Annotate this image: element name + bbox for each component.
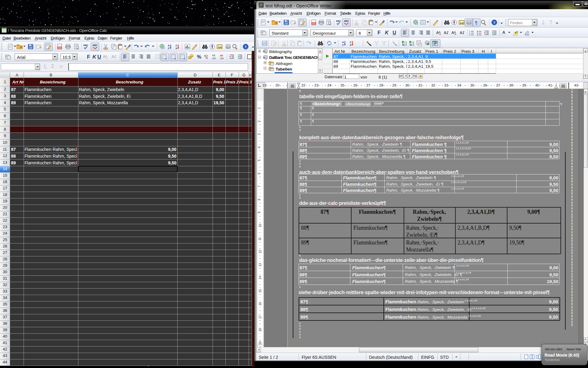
svg-text:¶: ¶ [571,216,573,219]
svg-text:¶: ¶ [571,94,573,97]
svg-text:¶: ¶ [571,135,573,138]
svg-text:ABC: ABC [336,20,341,22]
svg-text:¶: ¶ [571,192,573,195]
svg-text:¶: ¶ [571,129,573,132]
svg-text:,000: ,000 [212,57,216,59]
svg-text:¶: ¶ [571,240,573,243]
svg-text:¶: ¶ [571,243,573,246]
svg-text:¶: ¶ [571,88,573,90]
svg-text:Z: Z [168,47,169,50]
svg-text:¶: ¶ [571,285,573,288]
svg-text:A: A [439,31,441,34]
svg-text:¶: ¶ [571,90,573,94]
svg-text:¶: ¶ [571,132,573,135]
svg-text:+0: +0 [212,54,215,57]
svg-text:A: A [111,55,114,59]
svg-text:¶: ¶ [571,168,573,171]
svg-text:¶: ¶ [571,162,573,165]
svg-text:¶: ¶ [571,156,573,159]
svg-text:¶: ¶ [571,303,573,306]
svg-text:¶: ¶ [571,195,573,198]
svg-text:¶: ¶ [571,318,573,321]
svg-text:¶: ¶ [571,126,573,129]
svg-text:Z: Z [350,41,351,44]
svg-text:¶: ¶ [571,279,573,282]
svg-text:¶: ¶ [571,120,573,123]
svg-text:¶: ¶ [571,111,573,114]
svg-text:¶: ¶ [571,264,573,267]
svg-text:3: 3 [469,34,470,36]
svg-text:¶: ¶ [571,228,573,231]
svg-text:¶: ¶ [571,117,573,121]
svg-text:¶: ¶ [571,225,573,228]
svg-text:¶: ¶ [571,249,573,252]
svg-text:¶: ¶ [571,138,573,141]
svg-text:¶: ¶ [571,189,573,192]
svg-text:¶: ¶ [571,222,573,225]
svg-text:¶: ¶ [571,102,573,105]
svg-text:A: A [350,44,352,46]
svg-text:¶: ¶ [571,255,573,258]
svg-text:ABC: ABC [92,44,98,47]
svg-text:¶: ¶ [571,177,573,180]
svg-text:¶: ¶ [571,144,573,147]
svg-text:¶: ¶ [571,294,573,297]
svg-text:¶: ¶ [571,273,573,276]
svg-text:¶: ¶ [571,267,573,270]
svg-text:?: ? [493,21,495,25]
svg-text:A: A [454,31,456,34]
svg-text:¶: ¶ [571,174,573,177]
svg-text:%: % [205,56,208,59]
svg-text:¶: ¶ [571,159,573,162]
svg-text:¶: ¶ [571,276,573,279]
svg-text:¶: ¶ [571,252,573,255]
svg-text:ABC: ABC [344,20,349,22]
svg-text:A: A [175,47,177,50]
svg-text:A: A [342,41,344,44]
svg-text:A: A [502,30,505,35]
svg-text:¶: ¶ [571,306,573,309]
svg-text:?: ? [245,45,247,49]
svg-text:¶: ¶ [571,219,573,222]
svg-text:¶: ¶ [571,165,573,168]
svg-text:PDF: PDF [312,23,316,25]
svg-text:¶: ¶ [571,297,573,300]
svg-text:¶: ¶ [571,147,573,150]
svg-text:¶: ¶ [571,171,573,174]
svg-text:¶: ¶ [571,237,573,240]
svg-text:¶: ¶ [571,141,573,144]
svg-text:¶: ¶ [571,309,573,312]
svg-text:¶: ¶ [571,210,573,213]
svg-text:,000: ,000 [220,57,224,59]
svg-text:A: A [460,31,462,35]
svg-text:¶: ¶ [571,183,573,186]
svg-text:¶: ¶ [571,321,573,324]
svg-text:%: % [197,54,201,59]
svg-text:¶: ¶ [571,270,573,273]
svg-text:¶: ¶ [571,261,573,264]
svg-text:¶: ¶ [571,99,573,102]
svg-text:¶: ¶ [571,96,573,99]
svg-text:A: A [168,44,170,47]
svg-text:PDF: PDF [58,47,62,49]
svg-text:¶: ¶ [571,315,573,318]
svg-text:¶: ¶ [571,300,573,303]
svg-text:¶: ¶ [571,153,573,156]
svg-text:¶: ¶ [571,213,573,216]
svg-text:¶: ¶ [571,108,573,111]
svg-text:Z: Z [342,44,344,46]
svg-text:¶: ¶ [571,291,573,294]
svg-text:¶: ¶ [571,123,573,126]
svg-text:¶: ¶ [571,324,573,327]
svg-text:¶: ¶ [571,234,573,237]
svg-text:¶: ¶ [571,180,573,183]
svg-text:Z: Z [175,44,177,47]
svg-text:¶: ¶ [571,312,573,315]
svg-text:A: A [105,55,107,58]
svg-text:¶: ¶ [571,198,573,201]
svg-text:¶: ¶ [571,105,573,109]
svg-text:¶: ¶ [571,258,573,261]
svg-text:¶: ¶ [571,204,573,207]
svg-text:¶: ¶ [571,231,573,234]
svg-text:¶: ¶ [571,114,573,117]
